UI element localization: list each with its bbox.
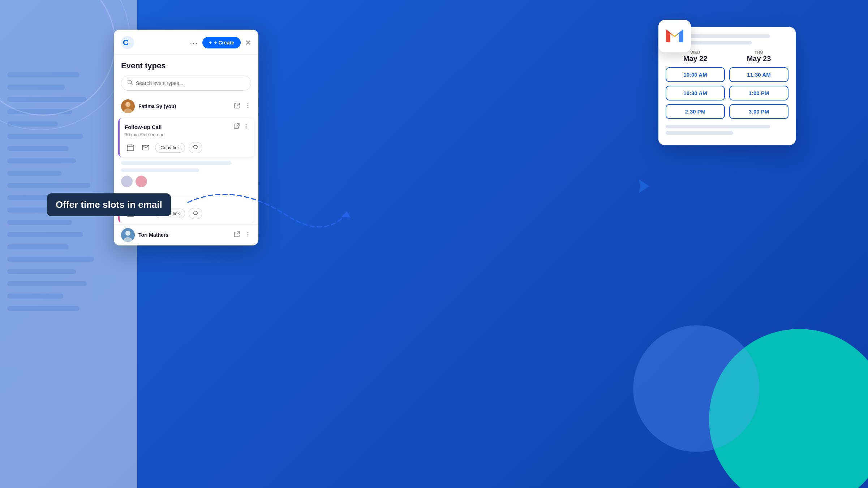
bg-line bbox=[7, 109, 72, 114]
blue-arrow-pointer bbox=[637, 177, 651, 195]
cal-line bbox=[121, 161, 232, 165]
bg-line bbox=[7, 146, 69, 151]
time-slots-grid: 10:00 AM 10:30 AM 2:30 PM 11:30 AM 1:00 … bbox=[666, 67, 788, 119]
time-slots-section: WED May 22 THU May 23 10:00 AM 10:30 AM … bbox=[666, 50, 788, 119]
bg-line bbox=[7, 269, 76, 274]
shuffle-button-1[interactable] bbox=[189, 142, 202, 153]
bg-line bbox=[7, 220, 72, 225]
time-slot-thu-1130[interactable]: 11:30 AM bbox=[729, 67, 788, 82]
more-icon[interactable] bbox=[245, 102, 251, 110]
cal-line bbox=[121, 168, 199, 172]
gmail-icon-box bbox=[658, 20, 691, 52]
search-input[interactable] bbox=[136, 80, 245, 86]
bg-line bbox=[7, 294, 63, 299]
tooltip: Offer time slots in email bbox=[47, 193, 171, 216]
bg-lines bbox=[7, 72, 94, 311]
bg-line bbox=[7, 158, 76, 163]
thu-label-small: THU bbox=[729, 50, 788, 55]
svg-point-9 bbox=[248, 107, 249, 108]
tooltip-text: Offer time slots in email bbox=[56, 199, 162, 210]
svg-point-7 bbox=[248, 103, 249, 104]
gmail-footer-line bbox=[666, 131, 733, 135]
time-slot-thu-1500[interactable]: 3:00 PM bbox=[729, 104, 788, 119]
cal-avatars bbox=[121, 176, 251, 187]
time-slot-wed-1000[interactable]: 10:00 AM bbox=[666, 67, 725, 82]
bottom-user-avatar bbox=[121, 228, 135, 242]
email-icon[interactable] bbox=[140, 142, 151, 153]
bottom-external-link-icon[interactable] bbox=[234, 231, 240, 239]
copy-link-label-1: Copy link bbox=[160, 145, 180, 150]
svg-rect-13 bbox=[127, 145, 134, 151]
gmail-logo-icon bbox=[665, 29, 685, 44]
decorative-blue-circle bbox=[633, 325, 760, 452]
svg-point-28 bbox=[248, 234, 249, 235]
bg-line bbox=[7, 281, 87, 286]
search-icon bbox=[127, 80, 133, 87]
bg-line bbox=[7, 85, 65, 90]
bottom-user-info: Tori Mathers bbox=[121, 228, 168, 242]
svg-point-10 bbox=[246, 124, 247, 125]
event-item-followup: Follow-up Call 30 min One on o bbox=[118, 118, 254, 157]
thu-label-large: May 23 bbox=[729, 55, 788, 63]
bottom-user-actions bbox=[234, 231, 251, 239]
svg-marker-31 bbox=[639, 179, 649, 193]
bg-line bbox=[7, 121, 58, 127]
event-external-link-icon[interactable] bbox=[234, 123, 240, 130]
event-header-icons bbox=[234, 123, 249, 130]
svg-point-25 bbox=[125, 231, 130, 236]
cal-avatar-1 bbox=[121, 176, 133, 187]
calendar-preview bbox=[114, 157, 258, 195]
svg-text:C: C bbox=[123, 38, 129, 47]
create-plus-icon: + bbox=[209, 40, 212, 46]
svg-line-3 bbox=[131, 84, 133, 85]
event-actions: Copy link bbox=[125, 142, 249, 153]
calendly-logo-icon: C bbox=[121, 36, 134, 49]
bg-line bbox=[7, 244, 69, 249]
gmail-footer-line bbox=[666, 125, 770, 128]
bg-line bbox=[7, 171, 61, 176]
external-link-icon[interactable] bbox=[234, 102, 240, 110]
wed-label-large: May 22 bbox=[666, 55, 725, 63]
card-title: Event types bbox=[114, 55, 258, 76]
more-options-button[interactable]: ··· bbox=[190, 39, 198, 47]
time-slot-wed-1430[interactable]: 2:30 PM bbox=[666, 104, 725, 119]
svg-point-8 bbox=[248, 105, 249, 106]
bg-line bbox=[7, 183, 90, 188]
user-actions bbox=[234, 102, 251, 110]
svg-rect-17 bbox=[129, 145, 129, 145]
bg-line bbox=[7, 306, 80, 311]
event-title: Follow-up Call bbox=[125, 124, 162, 130]
user-name: Fatima Sy (you) bbox=[138, 103, 176, 109]
time-slots-col2: 11:30 AM 1:00 PM 3:00 PM bbox=[729, 67, 788, 119]
create-button-label: + Create bbox=[214, 40, 234, 46]
search-box bbox=[121, 76, 251, 91]
bg-line bbox=[7, 72, 80, 77]
create-button[interactable]: + + Create bbox=[202, 37, 241, 48]
bottom-user-name: Tori Mathers bbox=[138, 232, 168, 238]
svg-point-27 bbox=[248, 232, 249, 233]
svg-point-5 bbox=[125, 102, 130, 107]
bottom-user-section: Tori Mathers bbox=[114, 224, 258, 245]
event-item-header: Follow-up Call bbox=[125, 123, 249, 130]
bg-line bbox=[7, 97, 87, 102]
svg-point-12 bbox=[246, 128, 247, 129]
day-column-thu: THU May 23 bbox=[729, 50, 788, 63]
bg-line bbox=[7, 232, 83, 237]
time-slot-wed-1030[interactable]: 10:30 AM bbox=[666, 86, 725, 100]
bottom-more-icon[interactable] bbox=[245, 231, 251, 239]
header-actions: ··· + + Create ✕ bbox=[190, 37, 251, 48]
user-info: Fatima Sy (you) bbox=[121, 99, 176, 113]
svg-point-11 bbox=[246, 126, 247, 127]
bg-line bbox=[7, 134, 83, 139]
shuffle-button-2[interactable] bbox=[189, 208, 202, 219]
copy-link-button-1[interactable]: Copy link bbox=[155, 143, 185, 153]
gmail-footer-lines bbox=[666, 125, 788, 135]
event-meta: 30 min One on one bbox=[125, 132, 249, 137]
time-slot-thu-1300[interactable]: 1:00 PM bbox=[729, 86, 788, 100]
calendar-icon[interactable] bbox=[125, 142, 136, 153]
user-section: Fatima Sy (you) bbox=[114, 96, 258, 117]
close-button[interactable]: ✕ bbox=[245, 38, 251, 47]
event-more-icon[interactable] bbox=[243, 123, 249, 130]
svg-point-29 bbox=[248, 236, 249, 237]
card-header: C ··· + + Create ✕ bbox=[114, 30, 258, 55]
